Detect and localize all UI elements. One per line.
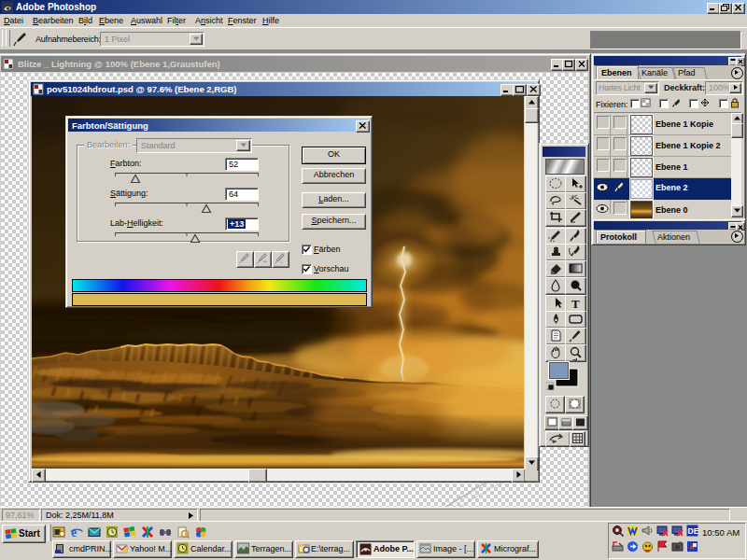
svg-text:e: e: [71, 525, 77, 539]
svg-text:DE: DE: [688, 526, 699, 536]
svg-text:-: -: [280, 258, 283, 265]
svg-text:+: +: [263, 259, 267, 265]
svg-text:T: T: [571, 297, 580, 311]
